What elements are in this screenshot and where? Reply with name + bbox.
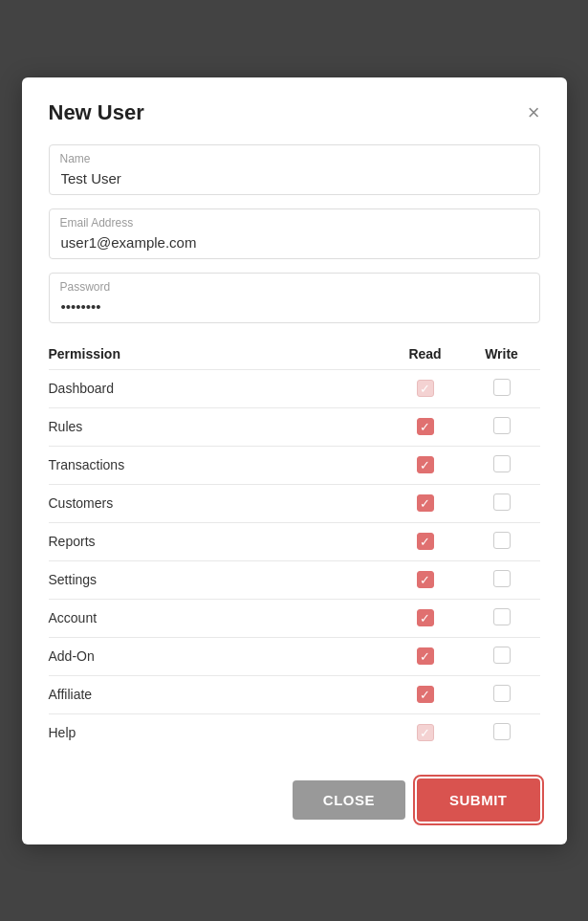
read-cell: ✓ — [387, 522, 464, 560]
read-cell: ✓ — [387, 637, 464, 675]
write-checkbox[interactable] — [493, 647, 511, 664]
permission-name: Dashboard — [49, 369, 387, 407]
permission-name: Rules — [49, 407, 387, 446]
col-permission: Permission — [49, 340, 387, 370]
write-cell — [464, 369, 540, 407]
table-row: Customers✓ — [49, 484, 540, 522]
modal-title: New User — [49, 100, 144, 125]
write-checkbox[interactable] — [493, 608, 511, 625]
write-cell — [464, 522, 540, 560]
write-cell — [464, 675, 540, 713]
write-cell — [464, 560, 540, 599]
write-cell — [464, 484, 540, 522]
col-read: Read — [387, 340, 464, 370]
permission-name: Customers — [49, 484, 387, 522]
permission-name: Add-On — [49, 637, 387, 675]
write-cell — [464, 637, 540, 675]
read-cell: ✓ — [387, 484, 464, 522]
read-checkbox[interactable]: ✓ — [417, 494, 434, 512]
write-cell — [464, 407, 540, 446]
read-checkbox[interactable]: ✓ — [417, 571, 434, 588]
password-field-group: Password — [49, 273, 540, 323]
read-cell: ✓ — [387, 369, 464, 407]
table-row: Add-On✓ — [49, 637, 540, 675]
permission-name: Transactions — [49, 446, 387, 484]
write-checkbox[interactable] — [493, 723, 511, 740]
col-write: Write — [464, 340, 540, 370]
table-row: Account✓ — [49, 599, 540, 637]
new-user-modal: New User × Name Email Address Password P… — [22, 77, 567, 844]
write-checkbox[interactable] — [493, 685, 511, 702]
table-row: Affiliate✓ — [49, 675, 540, 713]
read-checkbox[interactable]: ✓ — [417, 380, 434, 397]
password-label: Password — [60, 280, 111, 294]
modal-header: New User × — [49, 100, 540, 125]
write-cell — [464, 599, 540, 637]
write-cell — [464, 446, 540, 484]
close-button[interactable]: CLOSE — [293, 780, 405, 820]
table-row: Rules✓ — [49, 407, 540, 446]
permission-name: Affiliate — [49, 675, 387, 713]
name-field-group: Name — [49, 144, 540, 195]
read-cell: ✓ — [387, 407, 464, 446]
read-checkbox[interactable]: ✓ — [417, 533, 434, 550]
read-checkbox[interactable]: ✓ — [417, 686, 434, 703]
read-cell: ✓ — [387, 675, 464, 713]
permission-name: Help — [49, 713, 387, 752]
read-cell: ✓ — [387, 446, 464, 484]
table-row: Transactions✓ — [49, 446, 540, 484]
read-cell: ✓ — [387, 560, 464, 599]
permissions-section: Permission Read Write Dashboard✓Rules✓Tr… — [49, 340, 540, 752]
write-checkbox[interactable] — [493, 379, 511, 396]
permission-name: Account — [49, 599, 387, 637]
table-row: Dashboard✓ — [49, 369, 540, 407]
table-row: Settings✓ — [49, 560, 540, 599]
read-cell: ✓ — [387, 713, 464, 752]
name-input[interactable] — [49, 144, 540, 195]
read-checkbox[interactable]: ✓ — [417, 609, 434, 626]
table-row: Reports✓ — [49, 522, 540, 560]
write-cell — [464, 713, 540, 752]
read-checkbox[interactable]: ✓ — [417, 418, 434, 435]
submit-button[interactable]: SUBMIT — [417, 778, 540, 822]
write-checkbox[interactable] — [493, 493, 511, 511]
read-checkbox[interactable]: ✓ — [417, 456, 434, 473]
permission-name: Reports — [49, 522, 387, 560]
table-row: Help✓ — [49, 713, 540, 752]
read-checkbox[interactable]: ✓ — [417, 724, 434, 741]
modal-footer: CLOSE SUBMIT — [49, 778, 540, 822]
write-checkbox[interactable] — [493, 455, 511, 472]
email-field-group: Email Address — [49, 208, 540, 259]
write-checkbox[interactable] — [493, 532, 511, 549]
email-label: Email Address — [60, 216, 134, 230]
modal-overlay: New User × Name Email Address Password P… — [0, 0, 588, 921]
read-cell: ✓ — [387, 599, 464, 637]
close-icon[interactable]: × — [528, 102, 540, 123]
name-label: Name — [60, 152, 91, 165]
read-checkbox[interactable]: ✓ — [417, 647, 434, 665]
password-input[interactable] — [49, 273, 540, 323]
write-checkbox[interactable] — [493, 570, 511, 587]
permissions-table: Permission Read Write Dashboard✓Rules✓Tr… — [49, 340, 540, 752]
permission-name: Settings — [49, 560, 387, 599]
write-checkbox[interactable] — [493, 417, 511, 434]
